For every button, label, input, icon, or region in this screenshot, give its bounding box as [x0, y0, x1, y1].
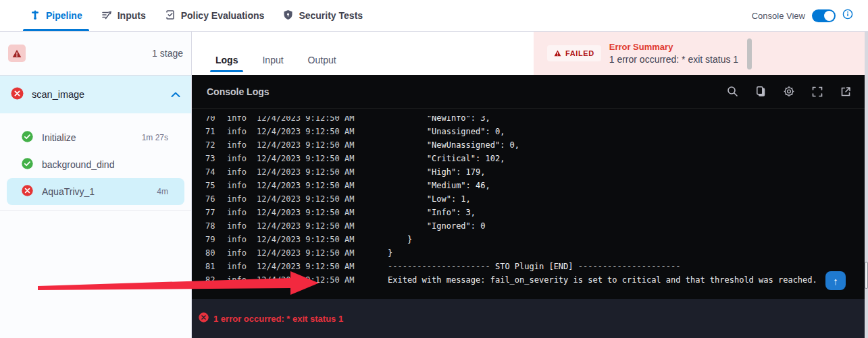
- arrow-up-icon: ↑: [833, 275, 838, 287]
- log-line: 81 info 12/4/2023 9:12:50 AM -----------…: [192, 260, 868, 273]
- stage-header-row: 1 stage: [0, 32, 191, 76]
- log-message: "Unassigned": 0,: [388, 127, 505, 136]
- scroll-to-top-button[interactable]: ↑: [825, 271, 846, 290]
- tab-input[interactable]: Input: [253, 48, 292, 75]
- log-scroll-area[interactable]: 70 info 12/4/2023 9:12:50 AM "NewInfo": …: [192, 116, 868, 299]
- error-summary-scrollbar[interactable]: [747, 38, 752, 69]
- log-line-number: 77: [205, 208, 220, 217]
- log-line: 78 info 12/4/2023 9:12:50 AM "Ignored": …: [192, 219, 868, 233]
- log-timestamp: 12/4/2023 9:12:50 AM: [257, 262, 363, 271]
- execution-sidebar: 1 stage scan_image Initialize 1m 27s: [0, 32, 192, 338]
- step-name-label: AquaTrivy_1: [42, 186, 95, 197]
- log-line-number: 79: [205, 235, 220, 244]
- log-line: 70 info 12/4/2023 9:12:50 AM "NewInfo": …: [192, 116, 868, 125]
- error-summary-text: Error Summary 1 error occurred: * exit s…: [609, 42, 738, 65]
- step-row-aquatrivy[interactable]: AquaTrivy_1 4m: [7, 178, 184, 205]
- step-row-initialize[interactable]: Initialize 1m 27s: [7, 124, 184, 151]
- top-tabs: Pipeline Inputs Policy Evaluations: [0, 0, 372, 31]
- sidebar-stage-scan-image[interactable]: scan_image: [0, 76, 191, 113]
- step-duration-label: 1m 27s: [142, 133, 168, 142]
- fullscreen-icon[interactable]: [811, 86, 823, 98]
- step-detail-strip: Logs Input Output FAILED Error Summary 1…: [192, 32, 868, 75]
- log-line: 80 info 12/4/2023 9:12:50 AM }: [192, 246, 868, 260]
- pipeline-icon: [30, 9, 41, 22]
- failed-status-icon: [22, 185, 33, 199]
- log-message: "Ignored": 0: [388, 221, 486, 231]
- log-line-number: 81: [205, 262, 220, 271]
- footer-error-bar: 1 error occurred: * exit status 1: [192, 299, 868, 338]
- console-title: Console Logs: [207, 86, 270, 97]
- page-scrollbar[interactable]: [865, 32, 868, 338]
- log-message: "NewInfo": 3,: [388, 116, 490, 123]
- settings-icon[interactable]: [783, 86, 795, 98]
- log-message: }: [388, 235, 412, 244]
- log-timestamp: 12/4/2023 9:12:50 AM: [257, 235, 363, 244]
- log-level: info: [227, 235, 251, 244]
- failed-badge-label: FAILED: [565, 49, 594, 57]
- success-status-icon: [22, 131, 33, 145]
- log-level: info: [227, 248, 251, 258]
- log-timestamp: 12/4/2023 9:12:50 AM: [257, 248, 363, 258]
- log-line-number: 71: [205, 127, 220, 136]
- inputs-icon: [101, 9, 112, 22]
- top-navigation-bar: Pipeline Inputs Policy Evaluations: [0, 0, 868, 32]
- log-line: 73 info 12/4/2023 9:12:50 AM "Critical":…: [192, 152, 868, 165]
- log-line: 79 info 12/4/2023 9:12:50 AM }: [192, 233, 868, 246]
- tab-security-tests[interactable]: Security Tests: [274, 0, 372, 31]
- log-timestamp: 12/4/2023 9:12:50 AM: [257, 140, 363, 150]
- chevron-up-icon[interactable]: [171, 88, 180, 101]
- log-line: 74 info 12/4/2023 9:12:50 AM "High": 179…: [192, 165, 868, 179]
- info-icon[interactable]: [842, 9, 853, 22]
- log-line: 72 info 12/4/2023 9:12:50 AM "NewUnassig…: [192, 138, 868, 152]
- error-summary-message: 1 error occurred: * exit status 1: [609, 54, 738, 65]
- log-line-number: 80: [205, 248, 220, 258]
- tab-security-tests-label: Security Tests: [299, 10, 363, 21]
- log-line: 82 info 12/4/2023 9:12:50 AM Exited with…: [192, 273, 868, 287]
- tab-output[interactable]: Output: [299, 48, 346, 75]
- log-level: info: [227, 275, 251, 285]
- warning-triangle-icon: [554, 50, 561, 57]
- log-message: "Info": 3,: [388, 208, 476, 217]
- tab-inputs[interactable]: Inputs: [92, 0, 155, 31]
- log-level: info: [227, 262, 251, 271]
- log-level: info: [227, 140, 251, 150]
- log-message: Exited with message: fail_on_severity is…: [388, 275, 817, 285]
- log-level: info: [227, 167, 251, 177]
- stage-count-label: 1 stage: [152, 48, 183, 59]
- page-scrollbar-thumb[interactable]: [865, 262, 868, 289]
- log-level: info: [227, 194, 251, 204]
- log-line-number: 72: [205, 140, 220, 150]
- tab-inputs-label: Inputs: [118, 10, 146, 21]
- log-level: info: [227, 127, 251, 136]
- log-message: "Low": 1,: [388, 194, 471, 204]
- log-line: 77 info 12/4/2023 9:12:50 AM "Info": 3,: [192, 206, 868, 219]
- footer-error-message: 1 error occurred: * exit status 1: [213, 314, 343, 324]
- console-header: Console Logs: [192, 75, 868, 109]
- log-level: info: [227, 154, 251, 163]
- log-message: "Medium": 46,: [388, 181, 490, 190]
- pipeline-execution-page: Pipeline Inputs Policy Evaluations: [0, 0, 868, 338]
- console-view-label: Console View: [752, 11, 805, 21]
- log-timestamp: 12/4/2023 9:12:50 AM: [257, 221, 363, 231]
- log-message: --------------------- STO Plugin [END] -…: [388, 262, 680, 271]
- log-timestamp: 12/4/2023 9:12:50 AM: [257, 194, 363, 204]
- policy-check-icon: [165, 9, 176, 22]
- tab-logs[interactable]: Logs: [206, 48, 247, 75]
- log-message: "Critical": 102,: [388, 154, 505, 163]
- search-icon[interactable]: [726, 86, 738, 98]
- failed-badge: FAILED: [547, 45, 601, 61]
- log-message: }: [388, 248, 392, 258]
- tab-pipeline[interactable]: Pipeline: [20, 0, 92, 31]
- step-list: Initialize 1m 27s background_dind AquaTr…: [0, 113, 191, 205]
- step-row-background-dind[interactable]: background_dind: [7, 151, 184, 178]
- log-timestamp: 12/4/2023 9:12:50 AM: [257, 154, 363, 163]
- log-message: "High": 179,: [388, 167, 486, 177]
- open-in-new-icon[interactable]: [840, 86, 852, 98]
- log-line-number: 76: [205, 194, 220, 204]
- copy-icon[interactable]: [755, 86, 767, 98]
- security-shield-icon: [283, 9, 293, 22]
- console-view-toggle[interactable]: [812, 9, 836, 22]
- tab-policy-evaluations[interactable]: Policy Evaluations: [155, 0, 274, 31]
- log-message: "NewUnassigned": 0,: [388, 140, 519, 150]
- log-level: info: [227, 116, 251, 123]
